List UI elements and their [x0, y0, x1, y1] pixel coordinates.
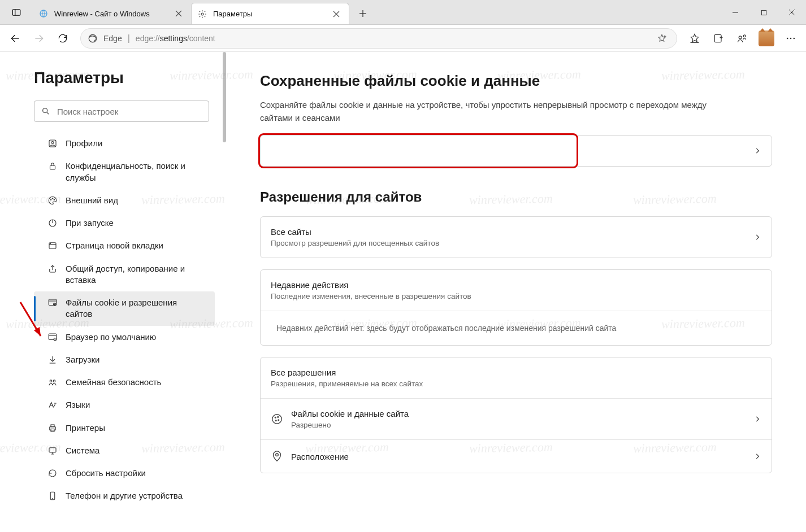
- nav-default-browser[interactable]: Браузер по умолчанию: [34, 326, 215, 348]
- system-icon: [47, 446, 58, 456]
- svg-point-68: [278, 420, 279, 421]
- edge-icon: [88, 33, 98, 43]
- svg-line-29: [47, 112, 49, 114]
- recent-empty-message: Недавних действий нет. здесь будут отобр…: [261, 311, 772, 345]
- sidebar-heading: Параметры: [34, 69, 215, 87]
- settings-sidebar: Параметры Профили Конфиденциальность, по…: [0, 52, 226, 532]
- section-heading-permissions: Разрешения для сайтов: [260, 189, 772, 205]
- settings-nav: Профили Конфиденциальность, поиск и служ…: [34, 132, 215, 508]
- tab-close-2[interactable]: [330, 7, 343, 21]
- language-icon: [47, 400, 58, 410]
- globe-icon: [38, 8, 49, 19]
- browser-tab-2-active[interactable]: Параметры: [191, 3, 349, 24]
- nav-system[interactable]: Система: [34, 439, 215, 462]
- maximize-button[interactable]: [749, 0, 778, 25]
- location-row-title: Расположение: [291, 452, 349, 461]
- reset-icon: [47, 468, 58, 478]
- newtab-icon: [47, 241, 58, 251]
- nav-startup[interactable]: При запуске: [34, 212, 215, 234]
- permission-cookies-row[interactable]: Файлы cookie и данные сайта Разрешено: [261, 399, 772, 439]
- svg-point-23: [739, 36, 742, 38]
- nav-phone[interactable]: Телефон и другие устройства: [34, 485, 215, 507]
- recent-desc: Последние изменения, внесенные в разреше…: [271, 292, 471, 300]
- favorites-icon[interactable]: [684, 28, 705, 49]
- svg-point-31: [51, 142, 54, 144]
- nav-newtab[interactable]: Страница новой вкладки: [34, 234, 215, 257]
- chevron-right-icon: [753, 452, 761, 460]
- svg-point-27: [794, 37, 795, 39]
- section-subtext: Сохраняйте файлы cookie и данные на устр…: [260, 99, 723, 124]
- nav-family[interactable]: Семейная безопасность: [34, 371, 215, 394]
- settings-search[interactable]: [34, 101, 209, 122]
- new-tab-button[interactable]: [353, 3, 373, 24]
- svg-rect-55: [51, 425, 54, 427]
- svg-rect-54: [50, 426, 56, 430]
- nav-reset[interactable]: Сбросить настройки: [34, 462, 215, 485]
- browser-toolbar: Edge | edge://settings/content: [0, 25, 806, 52]
- all-perm-title: Все разрешения: [271, 368, 423, 377]
- svg-marker-63: [34, 327, 41, 336]
- page-content: Параметры Профили Конфиденциальность, по…: [0, 52, 806, 532]
- phone-icon: [47, 491, 58, 501]
- svg-point-28: [43, 108, 47, 113]
- address-separator: |: [128, 33, 130, 43]
- lock-icon: [47, 161, 58, 171]
- more-menu-icon[interactable]: [780, 28, 801, 49]
- svg-point-53: [53, 380, 55, 382]
- address-url: edge://settings/content: [136, 34, 215, 43]
- profile-switcher-icon[interactable]: [731, 28, 753, 49]
- nav-profiles[interactable]: Профили: [34, 132, 215, 155]
- all-sites-card[interactable]: Все сайты Просмотр разрешений для посеще…: [260, 216, 772, 258]
- settings-search-input[interactable]: [57, 107, 202, 116]
- svg-point-25: [787, 37, 788, 39]
- refresh-button[interactable]: [52, 28, 73, 49]
- cookies-settings-icon: [47, 298, 58, 308]
- tab-close-1[interactable]: [172, 7, 185, 20]
- window-controls: [721, 0, 806, 24]
- svg-rect-20: [714, 34, 721, 42]
- svg-point-69: [276, 453, 279, 456]
- nav-privacy[interactable]: Конфиденциальность, поиск и службы: [34, 155, 215, 189]
- nav-languages[interactable]: Языки: [34, 394, 215, 416]
- tab-overview-button[interactable]: [0, 0, 33, 24]
- nav-downloads[interactable]: Загрузки: [34, 348, 215, 371]
- svg-rect-32: [50, 166, 55, 170]
- recent-title: Недавние действия: [271, 280, 471, 290]
- svg-point-64: [272, 415, 282, 424]
- window-titlebar: Winreview - Сайт о Windows Параметры: [0, 0, 806, 25]
- power-icon: [47, 218, 58, 228]
- browser-tab-1[interactable]: Winreview - Сайт о Windows: [33, 3, 191, 24]
- forward-button[interactable]: [28, 28, 50, 49]
- permission-location-row[interactable]: Расположение: [261, 440, 772, 473]
- back-button[interactable]: [5, 28, 26, 49]
- settings-main: Сохраненные файлы cookie и данные Сохран…: [226, 52, 806, 532]
- all-perm-desc: Разрешения, применяемые на всех сайтах: [271, 380, 423, 388]
- nav-appearance[interactable]: Внешний вид: [34, 189, 215, 212]
- nav-share[interactable]: Общий доступ, копирование и вставка: [34, 258, 215, 292]
- annotation-arrow: [17, 299, 46, 344]
- palette-icon: [47, 195, 58, 206]
- svg-rect-11: [761, 10, 766, 15]
- nav-cookies-active[interactable]: Файлы cookie и разрешения сайтов: [34, 291, 215, 326]
- all-sites-desc: Просмотр разрешений для посещенных сайто…: [271, 239, 439, 247]
- close-button[interactable]: [778, 0, 806, 25]
- add-to-collections-icon[interactable]: [654, 30, 670, 46]
- nav-printers[interactable]: Принтеры: [34, 417, 215, 439]
- cookies-row-title: Файлы cookie и данные сайта: [291, 409, 409, 418]
- sidebar-scrollbar[interactable]: [223, 52, 226, 142]
- address-bar[interactable]: Edge | edge://settings/content: [80, 28, 677, 49]
- location-icon: [271, 450, 283, 463]
- share-icon: [47, 264, 58, 274]
- gear-icon: [197, 9, 207, 19]
- all-permissions-card: Все разрешения Разрешения, применяемые н…: [260, 357, 772, 473]
- minimize-button[interactable]: [721, 0, 749, 25]
- recent-activity-card: Недавние действия Последние изменения, в…: [260, 269, 772, 346]
- collections-icon[interactable]: [708, 28, 729, 49]
- browser-icon: [47, 332, 58, 342]
- user-avatar[interactable]: [759, 30, 774, 46]
- search-icon: [41, 107, 50, 116]
- svg-point-67: [275, 420, 276, 421]
- svg-point-65: [275, 417, 276, 418]
- manage-cookies-row-outer[interactable]: [260, 135, 772, 167]
- svg-rect-0: [12, 9, 20, 15]
